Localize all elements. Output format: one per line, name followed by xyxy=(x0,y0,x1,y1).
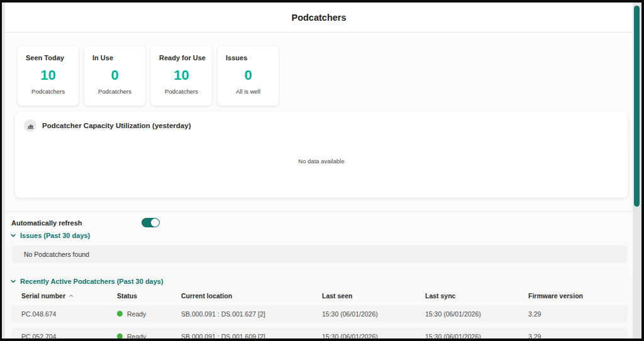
auto-refresh-toggle[interactable] xyxy=(142,218,160,227)
stat-subtitle: Podcatchers xyxy=(84,88,145,95)
chart-title: Podcatcher Capacity Utilization (yesterd… xyxy=(42,122,191,129)
issues-empty-message: No Podcatchers found xyxy=(24,251,89,258)
status-cell: Ready xyxy=(117,333,181,339)
stat-label: Issues xyxy=(226,54,279,62)
stat-label: In Use xyxy=(92,54,145,62)
firmware-version-cell: 3.29 xyxy=(528,310,628,318)
last-sync-cell: 15:30 (06/01/2026) xyxy=(425,310,528,318)
status-dot-icon xyxy=(117,311,123,317)
table-header-row: Serial number Status Current location La… xyxy=(11,290,628,301)
column-header-last-sync[interactable]: Last sync xyxy=(425,292,528,300)
recent-section-title: Recently Active Podcatchers (Past 30 day… xyxy=(20,278,164,285)
stat-label: Seen Today xyxy=(26,54,79,62)
current-location-cell: SB.000.091 : DS.001.609 [2] xyxy=(181,333,322,339)
issues-section-header[interactable]: Issues (Past 30 days) xyxy=(10,230,633,240)
status-text: Ready xyxy=(127,333,146,339)
last-sync-cell: 15:30 (06/01/2026) xyxy=(425,333,528,339)
column-header-last-seen[interactable]: Last seen xyxy=(322,292,425,300)
auto-refresh-label: Automatically refresh xyxy=(11,219,142,227)
serial-number-cell: PC.052.704 xyxy=(21,333,117,339)
stat-subtitle: All is well xyxy=(218,88,279,95)
chart-empty-message: No data available xyxy=(24,132,619,190)
table-row[interactable]: PC.048.674 Ready SB.000.091 : DS.001.627… xyxy=(11,305,628,322)
recent-section-header[interactable]: Recently Active Podcatchers (Past 30 day… xyxy=(10,276,633,286)
status-cell: Ready xyxy=(117,310,181,318)
last-seen-cell: 15:30 (06/01/2026) xyxy=(322,310,425,318)
serial-number-cell: PC.048.674 xyxy=(21,310,117,318)
scrollbar[interactable] xyxy=(633,3,641,338)
capacity-chart-panel: Podcatcher Capacity Utilization (yesterd… xyxy=(15,112,628,198)
column-header-current-location[interactable]: Current location xyxy=(181,292,322,300)
stat-card-in-use: In Use 0 Podcatchers xyxy=(84,46,145,106)
status-dot-icon xyxy=(117,333,123,338)
last-seen-cell: 15:30 (06/01/2026) xyxy=(322,333,425,339)
stat-label: Ready for Use xyxy=(159,54,212,62)
app-page: Podcatchers Seen Today 10 Podcatchers In… xyxy=(5,3,633,338)
chevron-down-icon xyxy=(10,278,16,284)
scrollbar-thumb[interactable] xyxy=(634,6,640,207)
stat-card-issues: Issues 0 All is well xyxy=(218,46,279,106)
toggle-knob xyxy=(151,219,159,227)
divider xyxy=(5,211,633,212)
podcatchers-table: Serial number Status Current location La… xyxy=(5,290,633,338)
column-header-status[interactable]: Status xyxy=(117,292,181,300)
stats-row: Seen Today 10 Podcatchers In Use 0 Podca… xyxy=(18,46,633,106)
status-text: Ready xyxy=(127,310,146,318)
page-title: Podcatchers xyxy=(291,13,346,23)
column-header-serial-number[interactable]: Serial number xyxy=(21,292,117,300)
current-location-cell: SB.000.091 : DS.001.627 [2] xyxy=(181,310,322,318)
table-row[interactable]: PC.052.704 Ready SB.000.091 : DS.001.609… xyxy=(11,328,628,338)
stat-card-seen-today: Seen Today 10 Podcatchers xyxy=(18,46,79,106)
bar-chart-icon xyxy=(24,119,36,132)
chevron-down-icon xyxy=(10,232,16,239)
caret-up-icon xyxy=(69,292,74,300)
page-header: Podcatchers xyxy=(5,3,633,33)
stat-subtitle: Podcatchers xyxy=(151,88,212,95)
auto-refresh-row: Automatically refresh xyxy=(11,217,633,228)
window-frame: Podcatchers Seen Today 10 Podcatchers In… xyxy=(2,3,641,338)
stat-card-ready-for-use: Ready for Use 10 Podcatchers xyxy=(151,46,212,106)
firmware-version-cell: 3.29 xyxy=(528,333,628,339)
issues-empty-box: No Podcatchers found xyxy=(11,246,628,263)
chart-panel-header: Podcatcher Capacity Utilization (yesterd… xyxy=(24,119,619,132)
issues-section-title: Issues (Past 30 days) xyxy=(20,232,90,239)
column-header-firmware-version[interactable]: Firmware version xyxy=(528,292,628,300)
stat-value: 10 xyxy=(18,67,79,84)
stat-value: 0 xyxy=(218,67,279,84)
stat-value: 0 xyxy=(84,67,145,84)
stat-subtitle: Podcatchers xyxy=(18,88,79,95)
stat-value: 10 xyxy=(151,67,212,84)
